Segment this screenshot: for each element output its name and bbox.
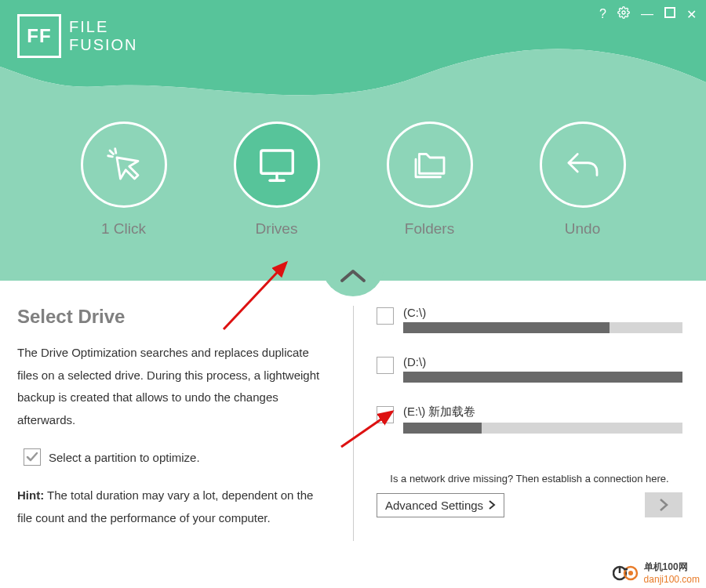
help-button[interactable]: ? [599, 7, 606, 21]
svg-point-0 [622, 11, 625, 14]
drive-usage-bar [403, 423, 682, 434]
drive-usage-bar [403, 322, 682, 333]
section-heading: Select Drive [17, 306, 328, 328]
mode-label: 1 Click [101, 220, 146, 238]
drive-item: (E:\) 新加载卷 [377, 405, 682, 434]
svg-rect-1 [665, 8, 675, 17]
drive-label: (E:\) 新加载卷 [403, 405, 682, 419]
drive-label: (D:\) [403, 355, 682, 368]
undo-icon [540, 122, 626, 208]
drive-label: (C:\) [403, 306, 682, 319]
maximize-button[interactable] [664, 7, 675, 21]
minimize-button[interactable]: — [641, 7, 653, 21]
monitor-icon [234, 122, 320, 208]
drive-usage-bar [403, 372, 682, 383]
vertical-divider [353, 306, 354, 541]
mode-label: Folders [405, 220, 454, 238]
app-title-line2: FUSION [69, 36, 138, 54]
cursor-click-icon [81, 122, 167, 208]
mode-label: Drives [256, 220, 298, 238]
drive-checkbox[interactable] [377, 357, 394, 374]
mode-folders[interactable]: Folders [387, 122, 473, 238]
mode-undo[interactable]: Undo [540, 122, 626, 238]
hint-text: Hint: The total duration may vary a lot,… [17, 485, 328, 529]
watermark: 单机100网 danji100.com [613, 561, 700, 585]
network-drive-hint: Is a network drive missing? Then establi… [377, 473, 682, 485]
next-button[interactable] [645, 492, 682, 517]
settings-button[interactable] [617, 6, 630, 22]
close-button[interactable]: ✕ [686, 7, 697, 22]
drive-checkbox[interactable] [377, 406, 394, 423]
app-title-line1: FILE [69, 18, 138, 36]
drive-item: (C:\) [377, 306, 682, 333]
collapse-toggle[interactable] [322, 265, 384, 296]
app-logo: FF FILE FUSION [17, 14, 138, 58]
drive-item: (D:\) [377, 355, 682, 383]
svg-point-9 [628, 571, 633, 575]
advanced-settings-button[interactable]: Advanced Settings [377, 493, 504, 517]
logo-badge: FF [17, 14, 61, 58]
mode-label: Undo [565, 220, 600, 238]
mode-1click[interactable]: 1 Click [81, 122, 167, 238]
folders-icon [387, 122, 473, 208]
drive-checkbox[interactable] [377, 307, 394, 325]
svg-rect-2 [260, 151, 293, 173]
select-partition-label: Select a partition to optimize. [49, 451, 200, 464]
select-partition-checkbox[interactable] [24, 448, 41, 466]
section-description: The Drive Optimization searches and repl… [17, 342, 328, 431]
mode-drives[interactable]: Drives [234, 122, 320, 238]
